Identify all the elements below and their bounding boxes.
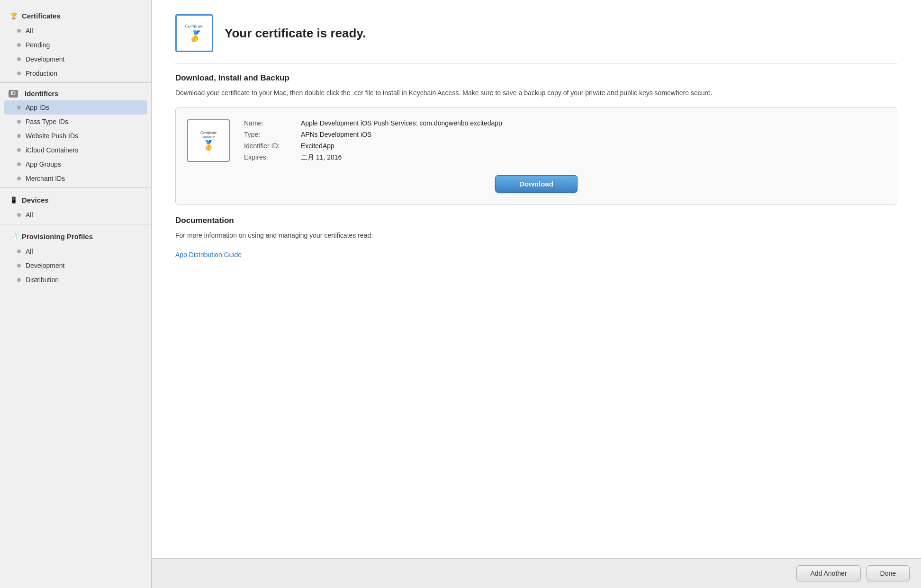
dot-icon bbox=[17, 264, 21, 267]
sidebar-item-cert-production[interactable]: Production bbox=[0, 66, 151, 80]
dot-icon bbox=[17, 106, 21, 109]
sidebar-item-label: App IDs bbox=[26, 104, 49, 111]
sidebar-item-label: Development bbox=[26, 55, 65, 63]
cert-card-sublabel: Standard bbox=[202, 135, 214, 139]
sidebar-section-provisioning: 📄 Provisioning Profiles bbox=[0, 226, 151, 244]
dot-icon bbox=[17, 162, 21, 166]
cert-detail-name-row: Name: Apple Development iOS Push Service… bbox=[244, 119, 885, 127]
add-another-button[interactable]: Add Another bbox=[796, 565, 860, 581]
cert-detail-identifier-row: Identifier ID: ExcitedApp bbox=[244, 142, 885, 150]
sidebar-item-label: Distribution bbox=[26, 276, 59, 284]
cert-ready-header: Certificate 🥇 Your certificate is ready. bbox=[175, 14, 897, 52]
download-button[interactable]: Download bbox=[495, 175, 578, 193]
sidebar-section-devices: 📱 Devices bbox=[0, 190, 151, 208]
cert-icon-large: Certificate 🥇 bbox=[175, 14, 213, 52]
dot-icon bbox=[17, 29, 21, 33]
cert-identifier-value: ExcitedApp bbox=[301, 142, 334, 150]
main-content: Certificate 🥇 Your certificate is ready.… bbox=[152, 0, 921, 558]
sidebar-item-provisioning-development[interactable]: Development bbox=[0, 258, 151, 273]
sidebar-item-provisioning-all[interactable]: All bbox=[0, 244, 151, 258]
dot-icon bbox=[17, 278, 21, 282]
cert-name-value: Apple Development iOS Push Services: com… bbox=[301, 119, 502, 127]
device-section-icon: 📱 bbox=[9, 195, 19, 205]
bottom-bar: Add Another Done bbox=[152, 558, 921, 588]
cert-card-seal-icon: 🥇 bbox=[203, 140, 215, 151]
cert-card-icon: Certificate Standard 🥇 bbox=[187, 119, 230, 162]
sidebar-item-cert-pending[interactable]: Pending bbox=[0, 38, 151, 52]
sidebar-item-label: Production bbox=[26, 70, 57, 77]
dot-icon bbox=[17, 57, 21, 61]
divider bbox=[0, 187, 151, 188]
dot-icon bbox=[17, 177, 21, 180]
doc-section-desc: For more information on using and managi… bbox=[175, 230, 897, 241]
cert-ready-title: Your certificate is ready. bbox=[225, 26, 366, 41]
dot-icon bbox=[17, 148, 21, 152]
sidebar-item-cert-all[interactable]: All bbox=[0, 24, 151, 38]
cert-detail-expires-row: Expires: 二月 11, 2016 bbox=[244, 153, 885, 162]
sidebar-item-pass-type-ids[interactable]: Pass Type IDs bbox=[0, 115, 151, 129]
dot-icon bbox=[17, 71, 21, 75]
sidebar-item-label: All bbox=[26, 211, 33, 219]
sidebar-item-label: Merchant IDs bbox=[26, 175, 65, 182]
dot-icon bbox=[17, 43, 21, 47]
app-distribution-guide-link[interactable]: App Distribution Guide bbox=[175, 251, 242, 258]
download-section-title: Download, Install and Backup bbox=[175, 73, 897, 83]
done-button[interactable]: Done bbox=[867, 565, 910, 581]
dot-icon bbox=[17, 134, 21, 138]
sidebar-item-cert-development[interactable]: Development bbox=[0, 52, 151, 66]
main-panel: Certificate 🥇 Your certificate is ready.… bbox=[152, 0, 921, 588]
cert-expires-label: Expires: bbox=[244, 153, 301, 162]
sidebar-item-label: All bbox=[26, 27, 33, 35]
cert-expires-value: 二月 11, 2016 bbox=[301, 153, 342, 162]
cert-card-icon-inner: Certificate Standard 🥇 bbox=[200, 131, 217, 151]
sidebar-item-app-ids[interactable]: App IDs bbox=[4, 100, 147, 115]
certificates-section-label: Certificates bbox=[22, 12, 61, 20]
cert-icon-text: Certificate bbox=[185, 24, 204, 29]
download-section-desc: Download your certificate to your Mac, t… bbox=[175, 88, 897, 98]
doc-section-title: Documentation bbox=[175, 216, 897, 225]
section-divider bbox=[175, 63, 897, 64]
sidebar-item-label: Pass Type IDs bbox=[26, 118, 68, 125]
id-section-icon: ID bbox=[9, 90, 18, 98]
sidebar-item-merchant-ids[interactable]: Merchant IDs bbox=[0, 171, 151, 186]
sidebar-item-label: Website Push IDs bbox=[26, 132, 78, 140]
sidebar-item-app-groups[interactable]: App Groups bbox=[0, 157, 151, 171]
cert-icon-inner: Certificate 🥇 bbox=[185, 24, 204, 43]
sidebar-section-certificates: 🏆 Certificates bbox=[0, 6, 151, 24]
dot-icon bbox=[17, 120, 21, 124]
identifiers-section-label: Identifiers bbox=[25, 89, 59, 98]
sidebar-item-provisioning-distribution[interactable]: Distribution bbox=[0, 273, 151, 287]
cert-type-label: Type: bbox=[244, 131, 301, 138]
cert-card-inner: Certificate Standard 🥇 Name: Apple Devel… bbox=[187, 119, 885, 166]
divider bbox=[0, 224, 151, 224]
sidebar: 🏆 Certificates All Pending Development P… bbox=[0, 0, 152, 588]
sidebar-item-label: iCloud Containers bbox=[26, 146, 78, 154]
cert-type-value: APNs Development iOS bbox=[301, 131, 371, 138]
provisioning-section-label: Provisioning Profiles bbox=[22, 232, 93, 241]
certificate-section-icon: 🏆 bbox=[9, 10, 19, 21]
cert-card: Certificate Standard 🥇 Name: Apple Devel… bbox=[175, 107, 897, 205]
divider bbox=[0, 82, 151, 83]
cert-details: Name: Apple Development iOS Push Service… bbox=[244, 119, 885, 166]
devices-section-label: Devices bbox=[22, 196, 49, 204]
sidebar-item-label: All bbox=[26, 248, 33, 255]
sidebar-item-label: Pending bbox=[26, 41, 50, 49]
sidebar-item-website-push-ids[interactable]: Website Push IDs bbox=[0, 129, 151, 143]
sidebar-item-label: Development bbox=[26, 262, 65, 269]
cert-card-label: Certificate bbox=[200, 131, 217, 135]
sidebar-item-devices-all[interactable]: All bbox=[0, 208, 151, 222]
dot-icon bbox=[17, 249, 21, 253]
cert-download-btn-wrapper: Download bbox=[187, 175, 885, 193]
sidebar-item-icloud-containers[interactable]: iCloud Containers bbox=[0, 143, 151, 157]
cert-detail-type-row: Type: APNs Development iOS bbox=[244, 131, 885, 138]
sidebar-item-label: App Groups bbox=[26, 160, 61, 168]
cert-name-label: Name: bbox=[244, 119, 301, 127]
provisioning-section-icon: 📄 bbox=[9, 231, 19, 241]
sidebar-section-identifiers: ID Identifiers bbox=[0, 85, 151, 100]
cert-seal-icon: 🥇 bbox=[188, 30, 201, 43]
dot-icon bbox=[17, 213, 21, 217]
cert-identifier-label: Identifier ID: bbox=[244, 142, 301, 150]
